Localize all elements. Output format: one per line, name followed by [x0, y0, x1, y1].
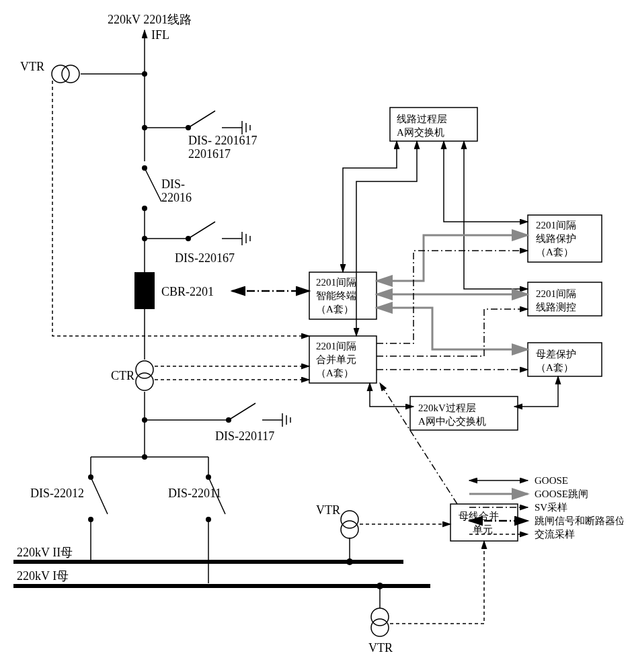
svg-rect-27	[134, 272, 155, 309]
bay2201-merge-box: 2201间隔 合并单元 （A套）	[309, 336, 377, 383]
svg-point-2	[62, 65, 79, 83]
svg-point-17	[142, 206, 147, 211]
dis-220167-label: DIS-220167	[175, 251, 235, 265]
svg-text:母差保护: 母差保护	[536, 349, 576, 360]
vtr-label: VTR	[20, 60, 44, 73]
svg-text:GOOSE跳闸: GOOSE跳闸	[535, 489, 588, 499]
svg-text:交流采样: 交流采样	[535, 529, 575, 540]
svg-point-3	[52, 65, 69, 83]
vtr-symbol: VTR	[20, 60, 147, 83]
line-proc-switch-box: 线路过程层 A网交换机	[390, 108, 477, 141]
ctr-symbol: CTR	[111, 361, 153, 390]
svg-point-55	[341, 521, 358, 538]
ifl-label: IFL	[151, 28, 169, 42]
ctr-label: CTR	[111, 369, 134, 382]
svg-text:跳闸信号和断路器位置: 跳闸信号和断路器位置	[535, 515, 623, 526]
svg-text:GOOSE: GOOSE	[535, 475, 568, 486]
svg-text:220kV过程层: 220kV过程层	[418, 403, 476, 413]
vtr-bus1-symbol: VTR	[368, 583, 393, 655]
vtr-bus2-symbol: VTR	[316, 503, 358, 565]
proc-center-switch-box: 220kV过程层 A网中心交换机	[410, 396, 518, 430]
svg-text:VTR: VTR	[368, 641, 393, 655]
svg-text:2201间隔: 2201间隔	[536, 220, 576, 230]
svg-point-39	[142, 417, 147, 423]
svg-text:合并单元: 合并单元	[316, 354, 356, 365]
dis-22011-symbol	[206, 457, 225, 583]
svg-text:线路保护: 线路保护	[536, 233, 576, 244]
dis-22016-label: DIS- 22016	[161, 177, 192, 204]
svg-text:SV采样: SV采样	[535, 502, 567, 513]
svg-text:线路测控: 线路测控	[536, 302, 576, 312]
svg-text:智能终端: 智能终端	[316, 290, 356, 301]
cbr-2201-label: CBR-2201	[161, 285, 214, 298]
svg-text:A网中心交换机: A网中心交换机	[418, 416, 486, 427]
dis-220117-label: DIS-220117	[215, 429, 274, 443]
svg-text:2201间隔: 2201间隔	[316, 277, 356, 288]
svg-text:（A套）: （A套）	[536, 362, 574, 373]
svg-line-8	[188, 111, 215, 128]
svg-line-45	[91, 477, 108, 514]
svg-point-30	[136, 373, 153, 390]
svg-text:（A套）: （A套）	[536, 247, 574, 257]
svg-text:2201间隔: 2201间隔	[536, 288, 576, 299]
bay2201-linemc-box: 2201间隔 线路测控	[528, 282, 602, 316]
dis-22011-label: DIS-22011	[168, 487, 221, 500]
bay2201-intterm-box: 2201间隔 智能终端 （A套）	[309, 272, 377, 319]
dis-220167-symbol	[142, 222, 250, 245]
svg-point-42	[142, 454, 147, 460]
cbr-2201-symbol	[134, 255, 155, 360]
svg-text:单元: 单元	[473, 524, 493, 535]
dis-22012-symbol	[88, 457, 108, 560]
svg-point-4	[142, 71, 147, 77]
svg-text:线路过程层: 线路过程层	[397, 114, 447, 124]
bus-merge-box: 母线合并 单元	[450, 504, 518, 541]
dis-220117-symbol	[142, 403, 290, 427]
svg-text:母线合并: 母线合并	[459, 511, 499, 521]
svg-line-15	[145, 168, 161, 202]
svg-text:（A套）: （A套）	[316, 368, 354, 378]
dis-2201617-symbol	[142, 111, 250, 134]
svg-line-34	[229, 403, 255, 420]
svg-point-60	[371, 608, 389, 626]
dis-22012-label: DIS-22012	[30, 487, 84, 500]
svg-text:（A套）: （A套）	[316, 304, 354, 314]
svg-point-61	[371, 619, 389, 636]
diagram-title: 220kV 2201线路	[108, 13, 192, 26]
svg-text:2201间隔: 2201间隔	[316, 341, 356, 351]
svg-point-13	[142, 125, 147, 130]
bay2201-lineprotect-box: 2201间隔 线路保护 （A套）	[528, 215, 602, 262]
bus2-label: 220kV II母	[17, 546, 73, 559]
svg-point-25	[142, 236, 147, 241]
svg-point-56	[341, 511, 358, 528]
dis-22016-symbol	[142, 165, 161, 255]
svg-text:VTR: VTR	[316, 503, 340, 517]
svg-rect-87	[450, 504, 518, 541]
svg-line-20	[188, 222, 215, 239]
svg-text:A网交换机: A网交换机	[397, 127, 444, 138]
dis-2201617-label: DIS- 2201617 2201617	[188, 134, 260, 161]
busdiff-protect-box: 母差保护 （A套）	[528, 343, 602, 376]
bus1-label: 220kV I母	[17, 569, 69, 583]
